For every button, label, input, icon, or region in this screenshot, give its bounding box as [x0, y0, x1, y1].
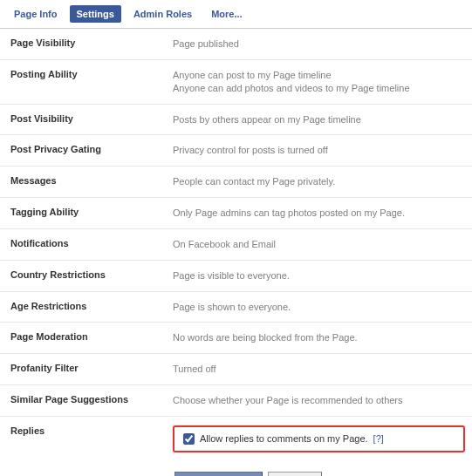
row-value: Page is visible to everyone.	[173, 269, 465, 282]
row-value: People can contact my Page privately.	[173, 175, 465, 188]
row-notifications[interactable]: Notifications On Facebook and Email	[0, 229, 472, 261]
row-value: Anyone can post to my Page timeline Anyo…	[173, 69, 465, 95]
tab-page-info[interactable]: Page Info	[7, 5, 65, 23]
row-value: Page published	[173, 37, 465, 51]
row-country-restrictions[interactable]: Country Restrictions Page is visible to …	[0, 261, 472, 292]
row-label: Replies	[10, 425, 173, 436]
row-value: No words are being blocked from the Page…	[173, 331, 465, 344]
row-label: Tagging Ability	[10, 207, 173, 220]
settings-rows: Page Visibility Page published Posting A…	[0, 29, 472, 461]
tab-admin-roles[interactable]: Admin Roles	[127, 5, 199, 23]
save-button[interactable]: Save Changes	[174, 472, 263, 476]
row-label: Post Visibility	[10, 113, 173, 126]
row-value: Choose whether your Page is recommended …	[173, 394, 465, 407]
row-post-visibility[interactable]: Post Visibility Posts by others appear o…	[0, 105, 472, 136]
replies-highlight-box: Allow replies to comments on my Page. [?…	[173, 425, 465, 452]
row-value: Turned off	[173, 363, 465, 376]
row-value: Only Page admins can tag photos posted o…	[173, 207, 465, 220]
help-link[interactable]: [?]	[373, 433, 384, 444]
row-label: Country Restrictions	[10, 269, 173, 282]
row-page-moderation[interactable]: Page Moderation No words are being block…	[0, 323, 472, 354]
row-value: On Facebook and Email	[173, 238, 465, 251]
row-similar-page-suggestions[interactable]: Similar Page Suggestions Choose whether …	[0, 385, 472, 417]
tabs-bar: Page Info Settings Admin Roles More...	[0, 0, 472, 29]
row-label: Messages	[10, 175, 173, 188]
buttons-row: Save Changes Cancel	[0, 461, 472, 476]
row-label: Profanity Filter	[10, 363, 173, 376]
row-replies: Replies Allow replies to comments on my …	[0, 417, 472, 461]
row-label: Similar Page Suggestions	[10, 394, 173, 407]
row-label: Page Visibility	[10, 37, 173, 51]
row-label: Notifications	[10, 238, 173, 251]
row-tagging-ability[interactable]: Tagging Ability Only Page admins can tag…	[0, 198, 472, 229]
row-value-line: Anyone can post to my Page timeline	[173, 69, 465, 82]
row-profanity-filter[interactable]: Profanity Filter Turned off	[0, 354, 472, 385]
replies-checkbox-label: Allow replies to comments on my Page.	[200, 433, 368, 444]
row-label: Page Moderation	[10, 331, 173, 344]
row-age-restrictions[interactable]: Age Restrictions Page is shown to everyo…	[0, 292, 472, 323]
tab-settings[interactable]: Settings	[70, 5, 121, 23]
row-value: Page is shown to everyone.	[173, 301, 465, 314]
tab-more[interactable]: More...	[204, 5, 249, 23]
cancel-button[interactable]: Cancel	[268, 472, 322, 476]
row-value: Privacy control for posts is turned off	[173, 144, 465, 157]
row-messages[interactable]: Messages People can contact my Page priv…	[0, 167, 472, 198]
row-value-line: Anyone can add photos and videos to my P…	[173, 82, 465, 95]
row-page-visibility[interactable]: Page Visibility Page published	[0, 29, 472, 60]
row-post-privacy-gating[interactable]: Post Privacy Gating Privacy control for …	[0, 135, 472, 167]
row-label: Posting Ability	[10, 69, 173, 95]
row-label: Age Restrictions	[10, 301, 173, 314]
row-label: Post Privacy Gating	[10, 144, 173, 157]
row-value: Posts by others appear on my Page timeli…	[173, 113, 465, 126]
replies-checkbox[interactable]	[183, 433, 195, 445]
row-posting-ability[interactable]: Posting Ability Anyone can post to my Pa…	[0, 60, 472, 105]
